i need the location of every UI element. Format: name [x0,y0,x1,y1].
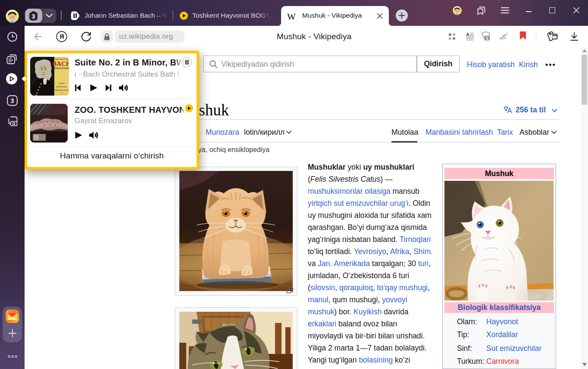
svg-text:JOHANN SEBASTIAN: JOHANN SEBASTIAN [55,58,69,60]
svg-text:Я: Я [59,33,64,40]
svg-text:BATH: BATH [59,82,65,84]
svg-text:FESTIVAL: FESTIVAL [56,86,67,88]
svg-text:Orchestral Suites: Orchestral Suites [53,67,69,69]
svg-text:3: 3 [31,12,35,20]
svg-text:A: A [466,32,469,37]
svg-text:SIR YEHUDI MENUHIN: SIR YEHUDI MENUHIN [56,93,68,95]
svg-text:3: 3 [10,97,14,104]
svg-text:1: 1 [486,36,488,40]
svg-text:ORCHESTRA: ORCHESTRA [55,89,69,91]
svg-text:BACH: BACH [52,60,69,67]
